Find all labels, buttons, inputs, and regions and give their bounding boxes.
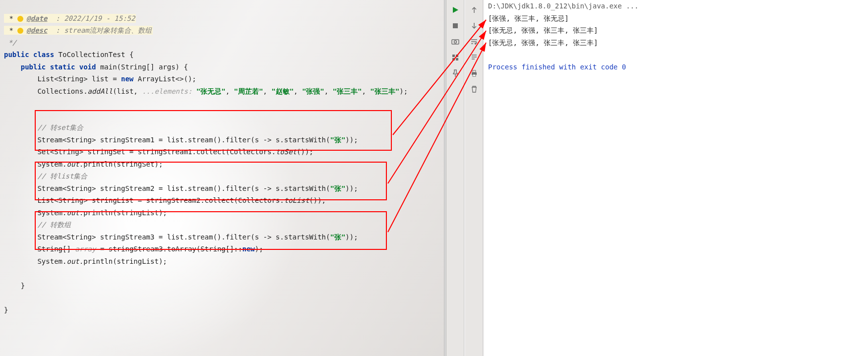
svg-point-3 [454, 41, 456, 43]
code-frag: System. [37, 257, 66, 265]
javadoc-date-value: : 2022/1/19 - 15:52 [56, 14, 135, 22]
field-out: out [66, 160, 79, 168]
run-console[interactable]: D:\JDK\jdk1.8.0_212\bin\java.exe ... [张强… [484, 0, 868, 356]
code-frag: .println(stringList); [79, 257, 167, 265]
code-area[interactable]: * @date : 2022/1/19 - 15:52 * @desc : st… [0, 0, 444, 328]
code-frag: ()); [309, 196, 326, 204]
string-literal: "赵敏" [271, 87, 294, 95]
code-frag: Stream<String> stringStream3 = list.stre… [37, 233, 330, 241]
kw-new: new [121, 75, 133, 83]
scroll-icon[interactable] [469, 53, 479, 62]
code-frag: .println(stringSet); [79, 160, 163, 168]
run-icon[interactable] [450, 5, 460, 15]
comment: // 转数组 [37, 221, 70, 229]
layout-icon[interactable] [450, 53, 460, 62]
svg-rect-6 [452, 58, 455, 60]
brace-close: } [4, 282, 25, 290]
code-frag: Stream<String> stringStream2 = list.stre… [37, 184, 330, 192]
code-frag: List<String> list = [37, 75, 121, 83]
unused-var: array [75, 245, 96, 253]
static-method: toList [284, 196, 310, 204]
code-frag: ArrayList<>(); [133, 75, 196, 83]
arrow-up-icon[interactable] [469, 5, 479, 15]
string-literal: "张三丰" [333, 87, 362, 95]
string-literal: "张" [330, 233, 345, 241]
svg-rect-5 [456, 55, 458, 57]
code-frag: System. [37, 209, 66, 217]
code-frag: )); [345, 184, 358, 192]
run-side-toolbar-left [446, 0, 464, 356]
code-frag: Stream<String> stringStream1 = list.stre… [37, 136, 330, 144]
method-sig: main(String[] args) { [100, 63, 188, 71]
pin-icon[interactable] [450, 68, 460, 78]
kw-public: public [21, 63, 46, 71]
string-literal: "张三丰" [370, 87, 399, 95]
brace-close: } [4, 306, 8, 314]
kw-new: new [242, 245, 254, 253]
string-literal: "张无忌" [196, 87, 226, 95]
print-icon[interactable] [469, 68, 479, 78]
code-frag: )); [345, 136, 358, 144]
code-frag: System. [37, 160, 66, 168]
console-exit-line: Process finished with exit code 0 [484, 61, 868, 73]
string-literal: "张" [330, 136, 345, 144]
code-frag: String[] [37, 245, 75, 253]
code-frag: ); [255, 245, 263, 253]
class-name: ToCollectionTest { [59, 51, 134, 59]
string-literal: "张" [330, 184, 345, 192]
kw-void: void [79, 63, 96, 71]
code-frag: )); [345, 233, 358, 241]
trash-icon[interactable] [469, 84, 479, 94]
code-frag: .println(stringList); [79, 209, 167, 217]
stop-icon[interactable] [450, 21, 460, 31]
code-frag: = stringStream3.toArray(String[]:: [96, 245, 242, 253]
code-frag: (list, [113, 87, 142, 95]
code-frag: ); [399, 87, 408, 95]
camera-icon[interactable] [450, 37, 460, 47]
run-side-toolbar-right [465, 0, 483, 356]
string-literal: "周芷若" [234, 87, 263, 95]
javadoc-desc-tag: @desc [26, 26, 47, 34]
string-literal: "张强" [302, 87, 324, 95]
svg-rect-1 [453, 23, 458, 28]
javadoc-date-tag: @date [26, 14, 47, 22]
bulb-icon [17, 28, 23, 34]
kw-class: class [33, 51, 54, 59]
console-line: [张无忌, 张强, 张三丰, 张三丰] [484, 37, 868, 49]
code-frag: Collections. [37, 87, 87, 95]
bulb-icon [17, 16, 23, 22]
kw-static: static [50, 63, 75, 71]
comment: // 转set集合 [37, 123, 83, 131]
code-editor[interactable]: * @date : 2022/1/19 - 15:52 * @desc : st… [0, 0, 444, 356]
svg-marker-0 [453, 7, 458, 13]
javadoc-desc-value: : stream流对象转集合、数组 [56, 26, 151, 34]
static-method: addAll [88, 87, 113, 95]
console-line: [张强, 张三丰, 张无忌] [484, 12, 868, 25]
field-out: out [66, 209, 79, 217]
comment: // 转list集合 [37, 172, 87, 180]
code-frag: List<String> stringList = stringStream2.… [37, 196, 284, 204]
code-frag: Set<String> stringSet = stringStream1.co… [37, 148, 275, 156]
code-frag: ()); [297, 148, 313, 156]
field-out: out [66, 257, 79, 265]
static-method: toSet [276, 148, 297, 156]
javadoc-end: */ [8, 39, 16, 47]
svg-rect-4 [452, 55, 455, 57]
kw-public: public [4, 51, 29, 59]
console-line: [张无忌, 张强, 张三丰, 张三丰] [484, 24, 868, 37]
console-command: D:\JDK\jdk1.8.0_212\bin\java.exe ... [484, 0, 868, 12]
svg-rect-10 [473, 74, 476, 76]
arrow-down-icon[interactable] [469, 21, 479, 31]
inlay-hint: ...elements: [142, 87, 196, 95]
svg-rect-9 [473, 70, 476, 72]
wrap-icon[interactable] [469, 37, 479, 47]
svg-rect-7 [456, 58, 458, 60]
